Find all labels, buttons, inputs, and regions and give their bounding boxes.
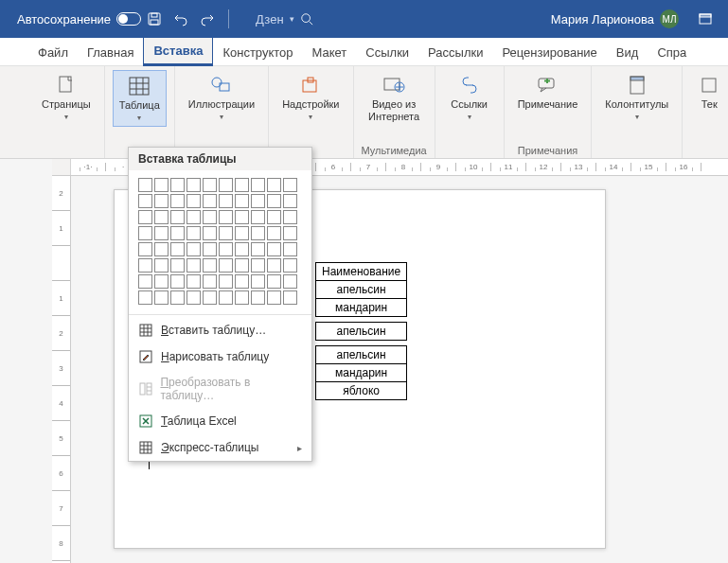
tab-design[interactable]: Конструктор — [213, 40, 302, 65]
grid-cell[interactable] — [186, 274, 201, 289]
draw-table-item[interactable]: Нарисовать таблицу — [129, 343, 311, 370]
grid-cell[interactable] — [283, 226, 297, 240]
grid-cell[interactable] — [186, 226, 201, 240]
grid-cell[interactable] — [267, 178, 281, 192]
grid-cell[interactable] — [154, 274, 169, 289]
grid-cell[interactable] — [154, 242, 169, 256]
grid-cell[interactable] — [203, 274, 217, 289]
ribbon-display-icon[interactable] — [692, 6, 719, 32]
grid-cell[interactable] — [283, 194, 297, 208]
grid-cell[interactable] — [219, 274, 233, 289]
grid-cell[interactable] — [186, 242, 201, 256]
search-dropdown[interactable]: Дзен ▾ — [256, 12, 369, 26]
tab-review[interactable]: Рецензирование — [492, 40, 606, 65]
grid-cell[interactable] — [203, 210, 217, 224]
tab-layout[interactable]: Макет — [303, 40, 357, 65]
grid-cell[interactable] — [154, 290, 169, 305]
grid-cell[interactable] — [203, 178, 217, 192]
grid-cell[interactable] — [267, 242, 281, 256]
grid-cell[interactable] — [235, 274, 249, 289]
links-button[interactable]: Ссылки ▾ — [443, 70, 496, 125]
grid-cell[interactable] — [138, 178, 152, 192]
illustrations-button[interactable]: Иллюстрации ▾ — [183, 70, 260, 125]
grid-cell[interactable] — [154, 210, 169, 224]
grid-cell[interactable] — [219, 178, 233, 192]
grid-cell[interactable] — [251, 242, 265, 256]
grid-cell[interactable] — [219, 290, 233, 305]
document-table[interactable]: Наименование апельсин мандарин апельсин … — [315, 262, 407, 400]
grid-cell[interactable] — [170, 290, 185, 305]
grid-cell[interactable] — [203, 258, 217, 273]
grid-cell[interactable] — [283, 242, 297, 256]
tab-help[interactable]: Спра — [648, 40, 696, 65]
grid-cell[interactable] — [235, 210, 249, 224]
grid-cell[interactable] — [267, 194, 281, 208]
grid-cell[interactable] — [283, 178, 297, 192]
headerfooter-button[interactable]: Колонтитулы ▾ — [599, 70, 674, 125]
grid-cell[interactable] — [235, 226, 249, 240]
grid-cell[interactable] — [267, 210, 281, 224]
grid-cell[interactable] — [251, 178, 265, 192]
grid-cell[interactable] — [138, 274, 152, 289]
table-size-grid[interactable] — [129, 170, 311, 312]
grid-cell[interactable] — [170, 194, 185, 208]
grid-cell[interactable] — [251, 226, 265, 240]
vertical-ruler[interactable]: 2112345678910 — [52, 176, 71, 563]
tab-home[interactable]: Главная — [78, 40, 143, 65]
grid-cell[interactable] — [219, 226, 233, 240]
tab-mailings[interactable]: Рассылки — [418, 40, 492, 65]
redo-icon[interactable] — [194, 6, 221, 32]
grid-cell[interactable] — [154, 258, 169, 273]
grid-cell[interactable] — [251, 210, 265, 224]
grid-cell[interactable] — [235, 290, 249, 305]
grid-cell[interactable] — [170, 226, 185, 240]
grid-cell[interactable] — [170, 274, 185, 289]
grid-cell[interactable] — [170, 178, 185, 192]
pages-button[interactable]: Страницы ▾ — [36, 70, 97, 125]
grid-cell[interactable] — [251, 290, 265, 305]
grid-cell[interactable] — [186, 258, 201, 273]
addins-button[interactable]: Надстройки ▾ — [276, 70, 345, 125]
grid-cell[interactable] — [138, 210, 152, 224]
tab-insert[interactable]: Вставка — [143, 37, 213, 66]
grid-cell[interactable] — [170, 258, 185, 273]
insert-table-item[interactable]: Вставить таблицу… — [129, 317, 311, 343]
comment-button[interactable]: Примечание — [512, 70, 584, 114]
quick-tables-item[interactable]: Экспресс-таблицы ▸ — [129, 434, 311, 461]
grid-cell[interactable] — [283, 258, 297, 273]
grid-cell[interactable] — [235, 258, 249, 273]
grid-cell[interactable] — [267, 274, 281, 289]
grid-cell[interactable] — [251, 274, 265, 289]
grid-cell[interactable] — [219, 242, 233, 256]
grid-cell[interactable] — [219, 258, 233, 273]
user-account[interactable]: Мария Ларионова МЛ — [551, 9, 679, 28]
grid-cell[interactable] — [154, 194, 169, 208]
grid-cell[interactable] — [219, 194, 233, 208]
grid-cell[interactable] — [138, 226, 152, 240]
table-button[interactable]: Таблица ▾ — [113, 70, 167, 127]
grid-cell[interactable] — [251, 194, 265, 208]
grid-cell[interactable] — [170, 210, 185, 224]
online-video-button[interactable]: Видео из Интернета — [362, 70, 426, 126]
grid-cell[interactable] — [186, 210, 201, 224]
grid-cell[interactable] — [267, 226, 281, 240]
grid-cell[interactable] — [138, 290, 152, 305]
grid-cell[interactable] — [283, 210, 297, 224]
tab-file[interactable]: Файл — [28, 40, 78, 65]
tab-references[interactable]: Ссылки — [356, 40, 418, 65]
grid-cell[interactable] — [267, 290, 281, 305]
grid-cell[interactable] — [203, 242, 217, 256]
grid-cell[interactable] — [154, 226, 169, 240]
excel-table-item[interactable]: Таблица Excel — [129, 408, 311, 434]
grid-cell[interactable] — [219, 210, 233, 224]
grid-cell[interactable] — [138, 194, 152, 208]
grid-cell[interactable] — [283, 290, 297, 305]
grid-cell[interactable] — [154, 178, 169, 192]
grid-cell[interactable] — [138, 242, 152, 256]
save-icon[interactable] — [141, 6, 168, 32]
grid-cell[interactable] — [235, 194, 249, 208]
grid-cell[interactable] — [251, 258, 265, 273]
grid-cell[interactable] — [203, 226, 217, 240]
grid-cell[interactable] — [267, 258, 281, 273]
grid-cell[interactable] — [283, 274, 297, 289]
